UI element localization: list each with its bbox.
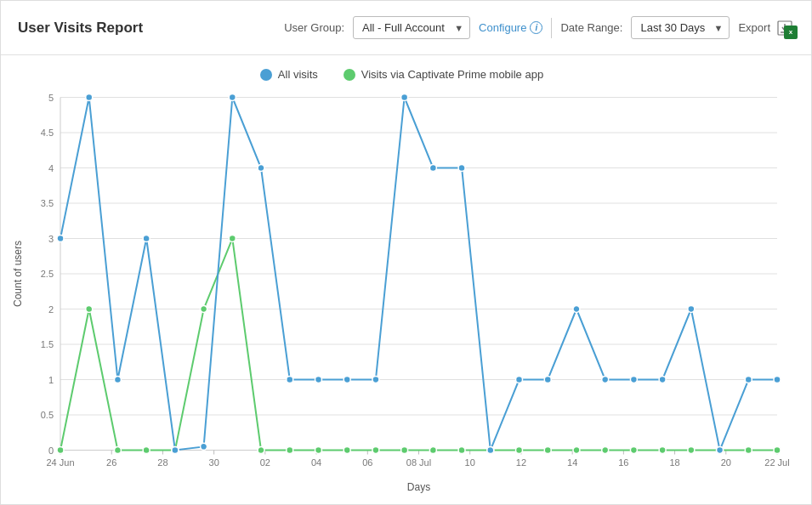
svg-point-84 bbox=[774, 447, 781, 454]
export-icon: x bbox=[775, 19, 794, 37]
svg-text:14: 14 bbox=[567, 457, 577, 468]
svg-point-96 bbox=[372, 377, 379, 383]
svg-text:3.5: 3.5 bbox=[41, 198, 54, 208]
svg-point-109 bbox=[745, 377, 752, 383]
mobile-visits-dot bbox=[344, 69, 355, 81]
svg-point-104 bbox=[602, 377, 609, 383]
svg-text:Days: Days bbox=[407, 481, 430, 493]
svg-point-101 bbox=[516, 377, 523, 383]
svg-point-79 bbox=[630, 447, 637, 454]
svg-point-81 bbox=[688, 447, 695, 454]
svg-point-86 bbox=[86, 94, 93, 101]
svg-point-87 bbox=[114, 377, 121, 383]
svg-text:28: 28 bbox=[157, 457, 168, 468]
info-icon: i bbox=[530, 21, 542, 34]
svg-point-102 bbox=[544, 377, 551, 383]
svg-point-76 bbox=[544, 447, 551, 454]
chart-container: 00.511.522.533.544.5524 Jun2628300204060… bbox=[9, 88, 794, 498]
svg-point-60 bbox=[86, 306, 93, 313]
svg-text:Count of users: Count of users bbox=[12, 241, 24, 307]
date-range-select-wrapper: Last 30 Days ▼ bbox=[631, 16, 730, 39]
svg-point-99 bbox=[458, 165, 465, 172]
svg-text:16: 16 bbox=[618, 457, 628, 468]
svg-text:12: 12 bbox=[516, 457, 526, 468]
svg-text:1.5: 1.5 bbox=[41, 339, 54, 349]
svg-point-93 bbox=[287, 377, 293, 383]
svg-point-69 bbox=[344, 447, 350, 454]
divider bbox=[551, 18, 552, 38]
svg-text:2: 2 bbox=[48, 304, 54, 315]
svg-point-72 bbox=[429, 447, 436, 454]
date-range-select[interactable]: Last 30 Days bbox=[631, 16, 730, 39]
svg-point-61 bbox=[114, 447, 121, 454]
chart-svg: 00.511.522.533.544.5524 Jun2628300204060… bbox=[9, 88, 794, 498]
svg-text:4: 4 bbox=[48, 163, 54, 173]
svg-point-105 bbox=[630, 377, 637, 383]
all-visits-label: All visits bbox=[278, 68, 318, 81]
svg-text:08 Jul: 08 Jul bbox=[406, 457, 431, 468]
svg-text:10: 10 bbox=[465, 457, 475, 468]
legend-all-visits: All visits bbox=[260, 68, 318, 81]
svg-point-78 bbox=[602, 447, 609, 454]
svg-point-80 bbox=[659, 447, 666, 454]
svg-text:02: 02 bbox=[260, 457, 270, 468]
svg-point-106 bbox=[659, 377, 666, 383]
legend-mobile-visits: Visits via Captivate Prime mobile app bbox=[344, 68, 543, 81]
svg-point-89 bbox=[172, 447, 179, 454]
svg-point-73 bbox=[458, 447, 465, 454]
user-group-label: User Group: bbox=[284, 21, 344, 34]
svg-point-66 bbox=[258, 447, 264, 454]
svg-point-85 bbox=[57, 235, 64, 242]
svg-text:4.5: 4.5 bbox=[41, 128, 54, 138]
svg-point-83 bbox=[745, 447, 752, 454]
user-group-select-wrapper: All - Full Account ▼ bbox=[353, 16, 470, 39]
svg-point-64 bbox=[201, 306, 207, 313]
svg-point-97 bbox=[401, 94, 408, 101]
svg-point-62 bbox=[143, 447, 150, 454]
svg-text:06: 06 bbox=[362, 457, 372, 468]
svg-text:0: 0 bbox=[48, 445, 54, 456]
svg-point-68 bbox=[315, 447, 321, 454]
header-controls: User Group: All - Full Account ▼ Configu… bbox=[284, 16, 794, 39]
svg-point-65 bbox=[229, 235, 236, 242]
date-range-label: Date Range: bbox=[560, 21, 622, 34]
svg-point-67 bbox=[287, 447, 293, 454]
svg-point-88 bbox=[143, 235, 150, 242]
svg-point-91 bbox=[229, 94, 236, 101]
svg-text:3: 3 bbox=[48, 234, 54, 244]
svg-point-94 bbox=[315, 377, 321, 383]
svg-point-90 bbox=[201, 443, 207, 450]
svg-text:5: 5 bbox=[48, 93, 54, 103]
svg-text:30: 30 bbox=[209, 457, 219, 468]
configure-button[interactable]: Configure i bbox=[479, 21, 542, 34]
chart-area: All visits Visits via Captivate Prime mo… bbox=[1, 55, 811, 505]
svg-text:26: 26 bbox=[106, 457, 116, 468]
svg-text:0.5: 0.5 bbox=[41, 410, 54, 420]
header: User Visits Report User Group: All - Ful… bbox=[1, 1, 811, 55]
svg-point-108 bbox=[717, 447, 724, 454]
svg-text:22 Jul: 22 Jul bbox=[764, 457, 789, 468]
svg-point-70 bbox=[372, 447, 379, 454]
svg-point-98 bbox=[429, 165, 436, 172]
excel-badge: x bbox=[784, 26, 798, 39]
svg-text:18: 18 bbox=[669, 457, 679, 468]
svg-point-92 bbox=[258, 165, 264, 172]
svg-text:04: 04 bbox=[311, 457, 321, 468]
svg-point-59 bbox=[57, 447, 64, 454]
svg-point-77 bbox=[573, 447, 580, 454]
svg-point-110 bbox=[774, 377, 781, 383]
svg-point-103 bbox=[573, 306, 580, 313]
mobile-visits-label: Visits via Captivate Prime mobile app bbox=[361, 68, 543, 81]
page-title: User Visits Report bbox=[18, 20, 143, 37]
svg-point-71 bbox=[401, 447, 408, 454]
page: User Visits Report User Group: All - Ful… bbox=[0, 0, 812, 505]
user-group-select[interactable]: All - Full Account bbox=[353, 16, 470, 39]
svg-text:1: 1 bbox=[48, 375, 54, 385]
legend: All visits Visits via Captivate Prime mo… bbox=[9, 68, 794, 81]
svg-point-95 bbox=[344, 377, 350, 383]
svg-text:2.5: 2.5 bbox=[41, 269, 54, 279]
svg-point-100 bbox=[487, 447, 494, 454]
svg-text:20: 20 bbox=[721, 457, 731, 468]
export-button[interactable]: Export x bbox=[738, 19, 794, 37]
all-visits-dot bbox=[260, 69, 272, 81]
